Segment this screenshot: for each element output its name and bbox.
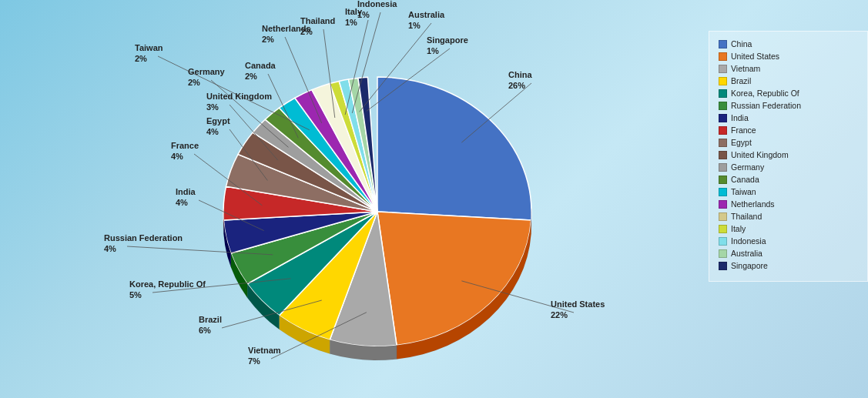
- legend-item-russian-federation: Russian Federation: [719, 101, 858, 110]
- label-pct: 6%: [199, 325, 222, 336]
- legend-item-vietnam: Vietnam: [719, 64, 858, 73]
- legend-label-text: Germany: [731, 162, 764, 172]
- label-pct: 4%: [206, 126, 230, 137]
- label-china: China26%: [508, 69, 532, 92]
- label-country: Canada: [245, 61, 276, 70]
- label-australia: Australia1%: [408, 9, 444, 32]
- label-pct: 4%: [176, 197, 196, 208]
- label-country: China: [508, 70, 532, 79]
- label-pct: 2%: [135, 53, 163, 64]
- legend-label-text: Russian Federation: [731, 101, 801, 110]
- legend-color-swatch: [719, 188, 727, 196]
- label-india: India4%: [176, 186, 196, 209]
- legend-label-text: Italy: [731, 224, 746, 233]
- legend-label-text: Taiwan: [731, 187, 756, 196]
- label-country: Singapore: [427, 35, 468, 45]
- label-pct: 1%: [408, 20, 444, 31]
- label-country: Taiwan: [135, 43, 163, 52]
- label-vietnam: Vietnam7%: [248, 345, 281, 367]
- legend-label-text: Korea, Republic Of: [731, 89, 799, 98]
- legend-item-france: France: [719, 125, 858, 135]
- label-thailand: Thailand2%: [300, 15, 335, 38]
- legend-color-swatch: [719, 102, 727, 110]
- legend-color-swatch: [719, 262, 727, 270]
- label-pct: 26%: [508, 80, 532, 91]
- label-egypt: Egypt4%: [206, 115, 230, 138]
- legend-color-swatch: [719, 225, 727, 233]
- label-canada: Canada2%: [245, 60, 276, 82]
- label-country: Korea, Republic Of: [129, 279, 206, 289]
- label-pct: 22%: [551, 309, 605, 320]
- legend-color-swatch: [719, 151, 727, 159]
- label-country: Indonesia: [357, 0, 397, 8]
- label-country: Germany: [188, 67, 225, 76]
- label-russian-federation: Russian Federation4%: [104, 232, 183, 255]
- legend-item-netherlands: Netherlands: [719, 199, 858, 209]
- label-united-states: United States22%: [551, 299, 605, 321]
- label-country: Vietnam: [248, 346, 281, 355]
- legend-item-united-kingdom: United Kingdom: [719, 150, 858, 159]
- legend-color-swatch: [719, 139, 727, 147]
- legend-label-text: United States: [731, 52, 779, 61]
- pie-chart-svg: [0, 0, 709, 398]
- label-pct: 2%: [300, 26, 335, 37]
- legend-item-australia: Australia: [719, 249, 858, 258]
- label-brazil: Brazil6%: [199, 314, 222, 336]
- legend-color-swatch: [719, 200, 727, 209]
- legend-color-swatch: [719, 249, 727, 258]
- legend-label-text: Singapore: [731, 261, 768, 270]
- label-korea-republic-of: Korea, Republic Of5%: [129, 279, 206, 301]
- label-singapore: Singapore1%: [427, 35, 468, 57]
- legend-label-text: India: [731, 113, 749, 122]
- legend-label-text: Thailand: [731, 212, 762, 221]
- legend-container: China United States Vietnam Brazil Korea…: [709, 31, 868, 282]
- legend-item-korea-republic-of: Korea, Republic Of: [719, 89, 858, 98]
- pie-slices-group: [223, 77, 531, 346]
- legend-label-text: France: [731, 125, 756, 135]
- legend-label-text: Indonesia: [731, 236, 766, 246]
- legend-label-text: Vietnam: [731, 64, 760, 73]
- label-pct: 7%: [248, 356, 281, 366]
- label-country: India: [176, 187, 196, 196]
- legend-item-canada: Canada: [719, 175, 858, 184]
- label-pct: 1%: [427, 45, 468, 56]
- label-france: France4%: [171, 140, 199, 162]
- legend-label-text: Brazil: [731, 76, 751, 85]
- label-pct: 5%: [129, 289, 206, 300]
- legend-color-swatch: [719, 237, 727, 246]
- legend-label-text: Egypt: [731, 138, 752, 147]
- legend-item-singapore: Singapore: [719, 261, 858, 270]
- label-country: Australia: [408, 10, 444, 19]
- chart-container: China26%United States22%Vietnam7%Brazil6…: [0, 0, 709, 398]
- label-pct: 2%: [188, 77, 225, 88]
- legend-color-swatch: [719, 114, 727, 122]
- label-pct: 1%: [357, 9, 397, 20]
- label-country: Egypt: [206, 116, 230, 125]
- label-country: Thailand: [300, 16, 335, 25]
- legend-label-text: Canada: [731, 175, 759, 184]
- legend-color-swatch: [719, 77, 727, 85]
- label-germany: Germany2%: [188, 66, 225, 89]
- label-taiwan: Taiwan2%: [135, 42, 163, 65]
- label-country: Russian Federation: [104, 233, 183, 242]
- legend-item-india: India: [719, 113, 858, 122]
- legend-items: China United States Vietnam Brazil Korea…: [719, 39, 858, 270]
- legend-color-swatch: [719, 89, 727, 98]
- legend-item-germany: Germany: [719, 162, 858, 172]
- label-country: United States: [551, 299, 605, 309]
- legend-item-thailand: Thailand: [719, 212, 858, 221]
- legend-color-swatch: [719, 40, 727, 48]
- label-indonesia: Indonesia1%: [357, 0, 397, 21]
- legend-label-text: China: [731, 39, 752, 48]
- legend-label-text: United Kingdom: [731, 150, 789, 159]
- legend-item-united-states: United States: [719, 52, 858, 61]
- label-pct: 2%: [245, 71, 276, 82]
- label-pct: 4%: [104, 243, 183, 254]
- legend-label-text: Netherlands: [731, 199, 775, 209]
- legend-item-china: China: [719, 39, 858, 48]
- legend-item-indonesia: Indonesia: [719, 236, 858, 246]
- legend-item-italy: Italy: [719, 224, 858, 233]
- label-country: Brazil: [199, 315, 222, 324]
- legend-color-swatch: [719, 163, 727, 172]
- legend-color-swatch: [719, 126, 727, 135]
